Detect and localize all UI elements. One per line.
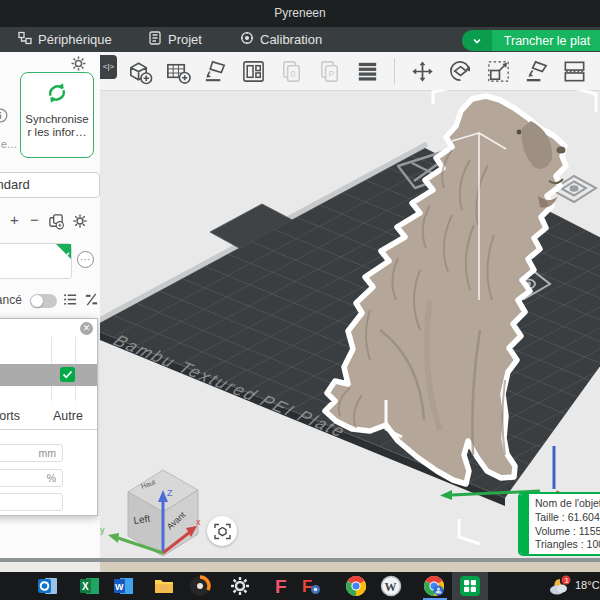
window-title: Pyreneen: [0, 6, 600, 20]
scene-3d[interactable]: Bambu Textured PEI Plate: [100, 90, 600, 558]
info-icon: [0, 108, 8, 127]
tab-supports[interactable]: Supports: [0, 409, 37, 423]
taskbar-word-icon[interactable]: W: [113, 575, 135, 597]
add-icon[interactable]: +: [10, 212, 19, 228]
import-zero-icon: 0: [274, 55, 308, 87]
collapse-sidebar-icon[interactable]: <|>: [100, 55, 117, 79]
sync-icon: [42, 93, 72, 110]
taskbar-outlook-icon[interactable]: [37, 575, 59, 597]
svg-text:0: 0: [290, 69, 295, 79]
svg-text:W: W: [115, 582, 124, 592]
taskbar-w-app-icon[interactable]: W: [380, 575, 402, 597]
tooltip-volume: Volume : 11554: [535, 525, 600, 539]
project-icon: [148, 31, 162, 48]
sync-ams-button[interactable]: Synchroniser les infor…: [20, 72, 94, 158]
close-icon[interactable]: ✕: [80, 322, 93, 335]
import-p-icon: P: [312, 55, 346, 87]
svg-text:1: 1: [565, 576, 570, 585]
taskbar: 1 18°C XWFFW: [0, 572, 600, 600]
taskbar-chrome-profile-icon[interactable]: [423, 575, 445, 597]
temperature-label[interactable]: 18°C: [575, 579, 600, 591]
svg-text:X: X: [82, 581, 89, 592]
taskbar-settings-icon[interactable]: [229, 575, 251, 597]
toolbar-separator: [394, 58, 395, 84]
weather-icon[interactable]: 1: [546, 575, 572, 597]
taskbar-f-gear-app-icon[interactable]: F: [300, 575, 322, 597]
svg-text:Z: Z: [167, 488, 173, 498]
svg-text:x: x: [196, 517, 201, 527]
param-field-percent[interactable]: %: [0, 469, 63, 487]
list-icon[interactable]: [63, 292, 78, 311]
svg-text:W: W: [385, 580, 397, 594]
desktop-strip-wallpaper: [100, 562, 600, 572]
focus-icon: [214, 523, 231, 540]
object-settings-dialog: ✕ Supports Autre mm %: [0, 318, 98, 516]
advanced-toggle[interactable]: [30, 294, 57, 308]
rotate-icon[interactable]: [443, 55, 477, 87]
nav-cube[interactable]: Left Avant Haut Z x y: [100, 470, 201, 556]
checkbox-checked[interactable]: [60, 367, 75, 382]
param-field-mm[interactable]: mm: [0, 444, 63, 462]
object-info-tooltip: Nom de l'objet Taille : 61.6042 Volume :…: [518, 492, 600, 556]
chevron-down-icon[interactable]: [462, 30, 492, 51]
tooltip-triangles: Triangles : 100: [535, 538, 600, 552]
svg-text:F: F: [275, 576, 287, 597]
tab-calibration[interactable]: Calibration: [240, 27, 322, 52]
taskbar-disc-app-icon[interactable]: [189, 575, 211, 597]
dog-nose: [557, 147, 566, 154]
taskbar-excel-icon[interactable]: X: [79, 575, 101, 597]
filament-field[interactable]: [0, 243, 72, 279]
device-icon: [18, 31, 32, 48]
param-field-plain[interactable]: [0, 493, 63, 511]
screen: Pyreneen Périphérique Projet Calibration…: [0, 0, 600, 600]
taskbar-file-explorer-icon[interactable]: [153, 575, 175, 597]
tooltip-size: Taille : 61.6042: [535, 511, 600, 525]
slice-plate-button[interactable]: Trancher le plat: [462, 30, 600, 51]
tab-peripherique[interactable]: Périphérique: [18, 27, 112, 52]
svg-text:y: y: [100, 525, 105, 535]
calibration-icon: [240, 31, 254, 48]
duplicate-settings-icon[interactable]: [48, 213, 65, 234]
process-profile-input[interactable]: Standard: [0, 172, 100, 198]
menu-bar: Périphérique Projet Calibration Trancher…: [0, 27, 600, 52]
split-icon[interactable]: [557, 55, 591, 87]
sidebar-panel: Synchroniser les infor… e… Standard + − …: [0, 52, 101, 558]
add-plate-icon[interactable]: [160, 55, 194, 87]
params-icon[interactable]: [84, 292, 99, 311]
auto-orient-icon[interactable]: [198, 55, 232, 87]
viewport-toolbar: <|> 0P: [100, 52, 600, 91]
svg-text:F: F: [302, 577, 312, 596]
advanced-label: Avancé: [0, 293, 28, 307]
taskbar-bambu-studio-icon[interactable]: [459, 575, 481, 597]
nav-cube-left-label[interactable]: Left: [133, 513, 151, 526]
layers-icon[interactable]: [350, 55, 384, 87]
zoom-to-fit-button[interactable]: [207, 516, 237, 546]
scale-icon[interactable]: [481, 55, 515, 87]
svg-text:P: P: [328, 69, 334, 79]
title-bar: Pyreneen: [0, 0, 600, 27]
gear-icon[interactable]: [72, 213, 88, 233]
lay-flat-icon[interactable]: [519, 55, 553, 87]
desktop-strip: [0, 562, 100, 572]
move-icon[interactable]: [405, 55, 439, 87]
selected-row[interactable]: [0, 364, 97, 386]
tab-projet[interactable]: Projet: [148, 27, 202, 52]
truncated-label: e…: [1, 138, 17, 150]
assembly-icon: [595, 55, 600, 87]
arrange-icon[interactable]: [236, 55, 270, 87]
viewport[interactable]: <|> 0P Bambu Textured PEI Plate: [100, 52, 600, 558]
add-object-icon[interactable]: [122, 55, 156, 87]
taskbar-chrome-icon[interactable]: [345, 575, 367, 597]
check-icon: [62, 245, 70, 263]
dialog-tabs: Supports Autre: [0, 405, 97, 430]
filament-more-button[interactable]: ···: [77, 251, 94, 268]
tooltip-object-name: Nom de l'objet: [535, 497, 600, 511]
sync-button-label: Synchroniser les infor…: [21, 111, 93, 139]
taskbar-f-app-icon[interactable]: F: [271, 575, 293, 597]
remove-icon[interactable]: −: [30, 212, 39, 228]
toolbar-icons: 0P: [122, 55, 600, 87]
tab-autre[interactable]: Autre: [53, 409, 83, 423]
dog-eye: [517, 130, 522, 135]
